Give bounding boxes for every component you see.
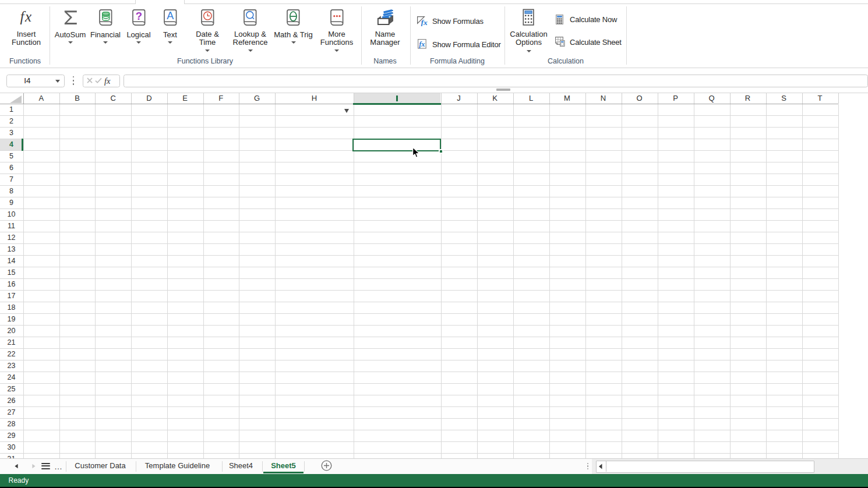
svg-text:fx: fx — [421, 18, 428, 26]
svg-text:fx: fx — [104, 76, 111, 86]
svg-text:A: A — [167, 10, 174, 22]
svg-text:?: ? — [135, 10, 142, 22]
